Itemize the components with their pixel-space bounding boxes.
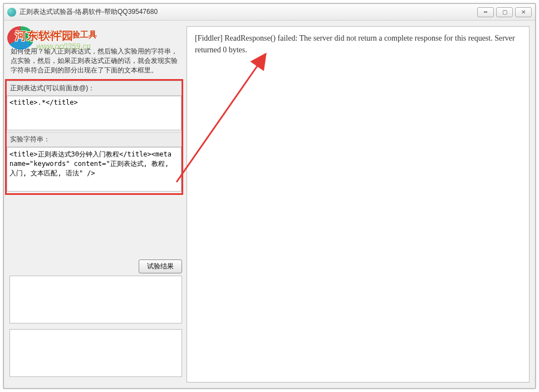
app-icon <box>7 8 16 17</box>
app-window: 正则表达式试验器-络易软件-帮助QQ39547680 ━ ▢ ✕ 河东软件园 w… <box>3 3 536 389</box>
test-string-label: 实验字符串： <box>7 132 182 147</box>
regex-label: 正则表达式(可以前面放@)： <box>7 81 182 96</box>
button-row: 试验结果 <box>9 259 182 273</box>
titlebar: 正则表达式试验器-络易软件-帮助QQ39547680 ━ ▢ ✕ <box>4 4 535 21</box>
watermark-site-name: 河东软件园 <box>15 28 74 43</box>
window-controls: ━ ▢ ✕ <box>477 7 532 17</box>
result-box-2[interactable] <box>9 329 182 377</box>
regex-input[interactable] <box>7 96 182 130</box>
minimize-button[interactable]: ━ <box>477 7 494 17</box>
response-text: [Fiddler] ReadResponse() failed: The ser… <box>195 32 521 56</box>
close-button[interactable]: ✕ <box>515 7 532 17</box>
result-box-1[interactable] <box>9 276 182 324</box>
left-panel: 河东软件园 www.pc0359.cn 正则表达式实验工具 如何使用？输入正则表… <box>9 26 182 383</box>
test-string-input[interactable] <box>7 147 182 192</box>
right-panel[interactable]: [Fiddler] ReadResponse() failed: The ser… <box>187 26 530 383</box>
content-area: 河东软件园 www.pc0359.cn 正则表达式实验工具 如何使用？输入正则表… <box>4 21 535 388</box>
run-test-button[interactable]: 试验结果 <box>139 259 182 273</box>
maximize-button[interactable]: ▢ <box>496 7 513 17</box>
highlighted-input-group: 正则表达式(可以前面放@)： 实验字符串： <box>5 79 183 195</box>
help-text: 如何使用？输入正则表达式，然后输入实验用的字符串，点实验，然后，如果正则表达式正… <box>11 47 181 75</box>
window-title: 正则表达式试验器-络易软件-帮助QQ39547680 <box>19 7 477 17</box>
